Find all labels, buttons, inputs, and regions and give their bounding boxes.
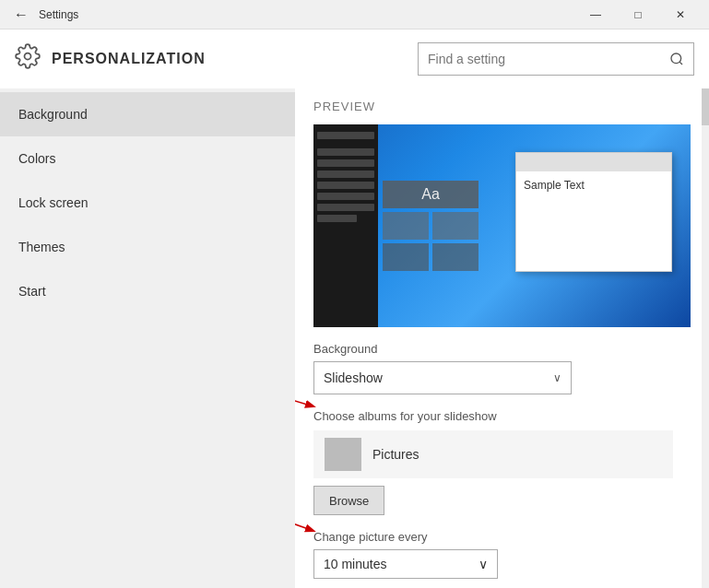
preview-tile-2 [432,212,479,240]
background-section: Background Slideshow ∨ [313,342,691,394]
preview-tile-3 [383,243,429,271]
search-input[interactable] [419,52,660,66]
preview-window-titlebar [516,153,671,171]
maximize-button[interactable]: □ [617,0,659,29]
sidebar-label-background: Background [18,107,88,122]
change-picture-section: Change picture every 10 minutes ∨ [313,530,691,579]
svg-point-1 [671,53,681,64]
main-layout: Background Colors Lock screen Themes Sta… [0,88,709,588]
title-bar: ← Settings — □ ✕ [0,0,709,29]
page-title: PERSONALIZATION [52,51,407,67]
preview-window-content: Sample Text [516,171,671,199]
scrollbar-thumb[interactable] [702,88,709,125]
sidebar-label-colors: Colors [18,151,55,166]
preview-tiles: Aa [383,181,479,271]
sidebar-item-background[interactable]: Background [0,92,295,136]
change-label: Change picture every [313,530,691,544]
search-box[interactable] [418,42,694,76]
sidebar: Background Colors Lock screen Themes Sta… [0,88,295,588]
close-icon: ✕ [676,8,685,21]
sidebar-item-themes[interactable]: Themes [0,225,295,269]
sample-text: Sample Text [524,179,585,192]
sidebar-item-start[interactable]: Start [0,269,295,313]
sidebar-item-lockscreen[interactable]: Lock screen [0,181,295,225]
album-item[interactable]: Pictures [313,430,673,478]
close-button[interactable]: ✕ [659,0,702,29]
app-header: PERSONALIZATION [0,29,709,88]
album-thumbnail [325,438,361,471]
browse-label: Browse [329,494,369,508]
albums-section: Choose albums for your slideshow Picture… [313,409,691,530]
gear-icon [15,43,41,75]
back-button[interactable]: ← [7,1,35,29]
change-picture-dropdown[interactable]: 10 minutes ∨ [313,549,498,579]
preview-tile-1 [383,212,429,240]
background-dropdown[interactable]: Slideshow ∨ [313,361,572,394]
preview-sidebar [313,124,378,327]
sidebar-label-lockscreen: Lock screen [18,195,88,210]
sidebar-label-themes: Themes [18,240,65,254]
dropdown-arrow-icon: ∨ [553,371,561,384]
change-dropdown-arrow-icon: ∨ [479,557,488,571]
window-title: Settings [39,8,574,21]
album-name: Pictures [372,447,419,462]
preview-sample-window: Sample Text [515,152,672,272]
svg-line-2 [679,62,682,65]
background-dropdown-value: Slideshow [324,370,383,385]
preview-desktop: Aa Sample Text [313,124,691,327]
sidebar-item-colors[interactable]: Colors [0,136,295,181]
preview-tile-aa: Aa [383,181,479,208]
change-dropdown-value: 10 minutes [324,557,386,571]
albums-label: Choose albums for your slideshow [313,409,691,423]
preview-title: PREVIEW [313,100,691,113]
svg-point-0 [25,53,31,60]
maximize-icon: □ [634,8,641,21]
preview-tile-4 [432,243,479,271]
back-icon: ← [14,6,29,23]
browse-button[interactable]: Browse [313,486,384,515]
search-icon [660,42,693,76]
background-label: Background [313,342,691,356]
content-inner: PREVIEW [295,88,709,588]
minimize-icon: — [590,8,601,21]
sidebar-label-start: Start [18,284,46,299]
window-controls: — □ ✕ [574,0,702,29]
content-area: PREVIEW [295,88,709,588]
scrollbar-track [702,88,709,588]
minimize-button[interactable]: — [574,0,617,29]
preview-container: Aa Sample Text [313,124,691,327]
